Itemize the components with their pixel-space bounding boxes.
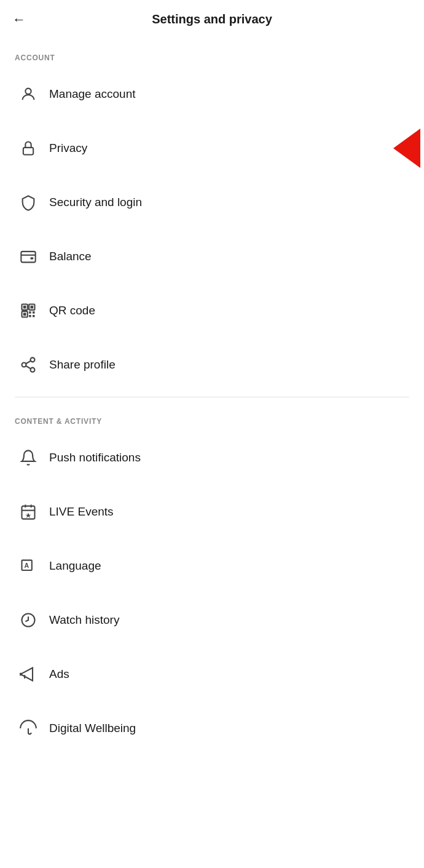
svg-point-0 [25,89,31,94]
manage-account-label: Manage account [49,87,136,101]
person-icon [15,81,42,108]
umbrella-icon [15,715,42,742]
content-activity-section: CONTENT & ACTIVITY Push notifications LI… [0,402,424,755]
wallet-icon [15,243,42,270]
lock-icon [15,135,42,162]
shield-icon [15,189,42,216]
menu-item-ads[interactable]: Ads [0,647,424,701]
balance-label: Balance [49,250,92,263]
svg-rect-12 [29,315,31,317]
bell-icon [15,444,42,471]
digital-wellbeing-label: Digital Wellbeing [49,722,136,735]
svg-point-15 [22,363,26,367]
qr-icon [15,297,42,324]
svg-rect-7 [31,306,34,309]
svg-marker-23 [25,512,31,518]
page-title: Settings and privacy [152,12,272,26]
language-label: Language [49,559,101,573]
svg-rect-1 [23,148,33,155]
menu-item-manage-account[interactable]: Manage account [0,67,424,121]
menu-item-digital-wellbeing[interactable]: Digital Wellbeing [0,701,424,755]
svg-rect-5 [23,306,26,309]
ads-label: Ads [49,667,69,681]
svg-line-18 [26,361,31,364]
menu-item-qr-code[interactable]: QR code [0,284,424,338]
svg-rect-3 [31,257,34,260]
back-button[interactable]: ← [12,12,26,28]
svg-point-14 [31,357,35,362]
share-icon [15,351,42,378]
svg-point-16 [31,368,35,372]
svg-rect-2 [21,252,35,263]
megaphone-icon [15,661,42,688]
svg-rect-11 [33,311,35,314]
calendar-star-icon [15,498,42,525]
menu-item-watch-history[interactable]: Watch history [0,593,424,647]
menu-item-live-events[interactable]: LIVE Events [0,485,424,539]
watch-history-label: Watch history [49,613,119,627]
privacy-label: Privacy [49,141,87,155]
live-events-label: LIVE Events [49,505,114,519]
share-profile-label: Share profile [49,358,116,372]
menu-item-privacy[interactable]: Privacy [0,121,424,175]
svg-text:A: A [25,562,29,569]
menu-item-balance[interactable]: Balance [0,229,424,284]
menu-item-share-profile[interactable]: Share profile [0,338,424,392]
push-notifications-label: Push notifications [49,451,141,464]
svg-line-17 [26,366,31,369]
arrow-head [393,129,420,168]
menu-item-language[interactable]: A Language [0,539,424,593]
qr-code-label: QR code [49,304,95,317]
account-section-label: ACCOUNT [0,39,424,67]
svg-rect-13 [33,315,35,317]
menu-item-push-notifications[interactable]: Push notifications [0,431,424,485]
clock-icon [15,607,42,634]
account-section: ACCOUNT Manage account Privacy [0,39,424,392]
svg-rect-9 [23,313,26,316]
content-activity-section-label: CONTENT & ACTIVITY [0,402,424,431]
translate-icon: A [15,552,42,579]
security-login-label: Security and login [49,196,142,209]
menu-item-security-login[interactable]: Security and login [0,175,424,229]
section-divider [15,397,409,397]
header: ← Settings and privacy [0,0,424,39]
svg-rect-10 [29,311,31,314]
